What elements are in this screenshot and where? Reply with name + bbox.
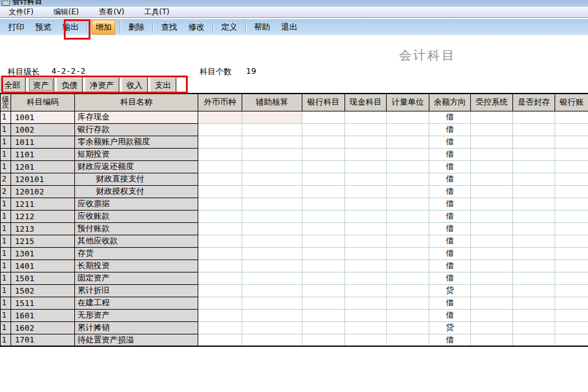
- cell-direction: 借: [429, 222, 471, 235]
- cell-code: 1601: [11, 309, 75, 321]
- table-row[interactable]: 11201财政应返还额度借: [1, 160, 588, 173]
- cell-sealed: [513, 321, 555, 334]
- tab-5[interactable]: 收入: [121, 77, 148, 92]
- cell-unit: [387, 148, 429, 160]
- table-row[interactable]: 11301存货借: [1, 247, 588, 259]
- toolbar-button-1[interactable]: 打印: [4, 20, 28, 35]
- table-row[interactable]: 11101短期投资借: [1, 148, 588, 160]
- cell-direction: 贷: [429, 321, 471, 334]
- cell-controlled: [471, 210, 513, 222]
- toolbar-button-14[interactable]: 帮助: [250, 20, 274, 35]
- table-row[interactable]: 11701待处置资产损溢借: [1, 334, 588, 346]
- toolbar-button-9[interactable]: 查找: [157, 20, 181, 35]
- cell-controlled: [471, 297, 513, 309]
- cell-level: 1: [1, 334, 11, 346]
- cell-aux: [242, 136, 302, 148]
- table-row[interactable]: 11211应收票据借: [1, 198, 588, 210]
- cell-bank: [302, 210, 345, 222]
- cell-cash: [345, 210, 387, 222]
- cell-code: 1201: [11, 160, 75, 173]
- cell-level: 1: [1, 259, 11, 272]
- cell-controlled: [471, 247, 513, 259]
- tab-3[interactable]: 负债: [56, 77, 83, 92]
- accounts-grid: 级次科目编码科目名称外币币种辅助核算银行科目现金科目计量单位余额方向受控系统是否…: [0, 93, 588, 347]
- title-bar: 会计科目: [0, 0, 588, 7]
- cell-name: 应收账款: [75, 210, 198, 222]
- cell-name: 其他应收款: [75, 235, 198, 247]
- table-row[interactable]: 11511在建工程借: [1, 297, 588, 309]
- table-row[interactable]: 11501固定资产借: [1, 272, 588, 284]
- cell-sealed: [513, 136, 555, 148]
- cell-code: 1212: [11, 210, 75, 222]
- toolbar-button-2[interactable]: 预览: [32, 20, 55, 35]
- cell-cash: [345, 321, 387, 334]
- cell-name: 零余额账户用款额度: [75, 136, 198, 148]
- cell-bank: [302, 259, 345, 272]
- cell-cash: [345, 284, 387, 297]
- table-row[interactable]: 2120102财政授权支付借: [1, 185, 588, 198]
- cell-code: 1213: [11, 222, 75, 235]
- cell-level: 1: [1, 272, 11, 284]
- cell-code: 1211: [11, 198, 75, 210]
- cell-currency: [198, 185, 242, 198]
- toolbar-button-10[interactable]: 修改: [185, 20, 208, 35]
- table-row[interactable]: 11011零余额账户用款额度借: [1, 136, 588, 148]
- app-window: 会计科目 文件(F)编辑(E)查看(V)工具(T) 打印预览输出增加删除查找修改…: [0, 0, 588, 392]
- table-body: 11001库存现金借11002银行存款借11011零余额账户用款额度借11101…: [1, 111, 588, 346]
- window-title: 会计科目: [12, 0, 42, 7]
- table-row[interactable]: 11213预付账款借: [1, 222, 588, 235]
- cell-name: 存货: [75, 247, 198, 259]
- cell-cash: [345, 148, 387, 160]
- cell-level: 2: [1, 173, 11, 185]
- tab-6[interactable]: 支出: [149, 77, 177, 92]
- tab-4[interactable]: 净资产: [84, 77, 120, 92]
- cell-aux: [242, 148, 302, 160]
- table-row[interactable]: 2120101财政直接支付借: [1, 173, 588, 185]
- cell-name: 预付账款: [75, 222, 198, 235]
- cell-currency: [198, 259, 242, 272]
- cell-bankacct: [555, 148, 588, 160]
- cell-bank: [302, 272, 345, 284]
- toolbar-button-15[interactable]: 退出: [278, 20, 301, 35]
- cell-controlled: [471, 272, 513, 284]
- cell-currency: [198, 136, 242, 148]
- cell-name: 财政授权支付: [75, 185, 198, 198]
- table-row[interactable]: 11602累计摊销贷: [1, 321, 588, 334]
- toolbar-separator: [213, 21, 213, 33]
- column-header-aux: 辅助核算: [242, 94, 302, 111]
- menu-item-1[interactable]: 文件(F): [4, 6, 38, 18]
- menu-item-2[interactable]: 编辑(E): [48, 6, 84, 18]
- toolbar-separator: [152, 21, 153, 33]
- cell-currency: [198, 272, 242, 284]
- cell-unit: [387, 123, 429, 136]
- cell-controlled: [471, 148, 513, 160]
- toolbar: 打印预览输出增加删除查找修改定义帮助退出: [0, 19, 588, 35]
- toolbar-button-3[interactable]: 输出: [59, 20, 82, 35]
- cell-aux: [242, 235, 302, 247]
- cell-level: 1: [1, 160, 11, 173]
- cell-name: 无形资产: [75, 309, 198, 321]
- cell-direction: 借: [429, 173, 471, 185]
- menu-item-3[interactable]: 查看(V): [94, 6, 129, 18]
- table-row[interactable]: 11212应收账款借: [1, 210, 588, 222]
- cell-controlled: [471, 235, 513, 247]
- cell-code: 1401: [11, 259, 75, 272]
- table-row[interactable]: 11601无形资产借: [1, 309, 588, 321]
- toolbar-button-7[interactable]: 删除: [125, 20, 148, 35]
- toolbar-separator: [120, 21, 120, 33]
- table-row[interactable]: 11215其他应收款借: [1, 235, 588, 247]
- cell-unit: [387, 111, 429, 123]
- table-row[interactable]: 11502累计折旧贷: [1, 284, 588, 297]
- cell-currency: [198, 235, 242, 247]
- table-row[interactable]: 11002银行存款借: [1, 123, 588, 136]
- cell-currency: [198, 210, 242, 222]
- toolbar-button-5[interactable]: 增加: [92, 20, 115, 35]
- column-header-name: 科目名称: [75, 94, 198, 111]
- table-row[interactable]: 11401长期投资借: [1, 259, 588, 272]
- table-row[interactable]: 11001库存现金借: [1, 111, 588, 123]
- menu-item-4[interactable]: 工具(T): [139, 6, 175, 18]
- toolbar-button-12[interactable]: 定义: [217, 20, 241, 35]
- tab-1[interactable]: 全部: [0, 77, 26, 92]
- tab-2[interactable]: 资产: [27, 77, 55, 92]
- cell-level: 1: [1, 247, 11, 259]
